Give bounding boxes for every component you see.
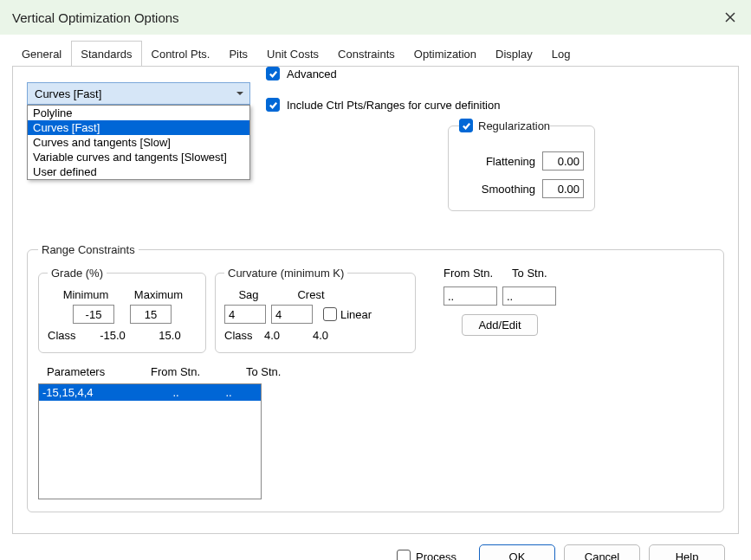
grade-class-label: Class (48, 329, 81, 342)
smoothing-input[interactable] (542, 179, 584, 198)
tab-standards[interactable]: Standards (71, 41, 141, 67)
from-stn-label: From Stn. (443, 267, 493, 280)
curvature-group: Curvature (minimum K) Sag Crest Linear (215, 267, 416, 353)
params-row-to: .. (207, 386, 250, 399)
to-stn-label: To Stn. (512, 267, 547, 280)
linear-label: Linear (340, 308, 372, 321)
include-ctrlpts-label: Include Ctrl Pts/Ranges for curve defini… (287, 99, 500, 112)
option-variable-slowest[interactable]: Variable curves and tangents [Slowest] (28, 150, 249, 164)
curv-class-crest: 4.0 (313, 329, 354, 342)
curvature-title: Curvature (minimum K) (224, 267, 347, 280)
grade-min-input[interactable] (73, 305, 114, 324)
tab-constraints[interactable]: Constraints (328, 41, 405, 66)
regularization-label: Regularization (478, 119, 550, 132)
from-stn-input[interactable] (443, 286, 497, 306)
option-curves-fast[interactable]: Curves [Fast] (28, 120, 249, 135)
advanced-label: Advanced (287, 68, 337, 80)
grade-group: Grade (%) Minimum Maximum Class -15.0 15… (38, 267, 206, 353)
curve-type-select[interactable]: Curves [Fast] (27, 82, 250, 105)
include-ctrlpts-checkbox[interactable] (266, 98, 280, 112)
crest-input[interactable] (271, 305, 313, 324)
grade-max-input[interactable] (130, 305, 172, 324)
ok-button[interactable]: OK (479, 544, 555, 560)
option-polyline[interactable]: Polyline (28, 106, 249, 120)
params-list[interactable]: -15,15,4,4 .. .. (38, 383, 262, 499)
params-col-parameters: Parameters (47, 365, 116, 378)
crest-label: Crest (287, 288, 335, 301)
tab-log[interactable]: Log (542, 41, 580, 66)
close-button[interactable] (718, 5, 742, 29)
regularization-checkbox[interactable] (459, 119, 473, 132)
curv-class-sag: 4.0 (264, 329, 306, 342)
tab-display[interactable]: Display (486, 41, 542, 66)
tab-general[interactable]: General (12, 41, 71, 66)
advanced-checkbox[interactable] (266, 67, 280, 80)
add-edit-button[interactable]: Add/Edit (462, 314, 538, 336)
tab-optimization[interactable]: Optimization (405, 41, 486, 66)
cancel-button[interactable]: Cancel (564, 544, 640, 560)
process-label: Process (416, 550, 456, 561)
sag-input[interactable] (224, 305, 266, 324)
smoothing-label: Smoothing (482, 183, 535, 196)
sag-label: Sag (224, 288, 273, 301)
chevron-down-icon (236, 89, 244, 98)
regularization-group: Regularization Flattening Smoothing (448, 119, 595, 211)
grade-title: Grade (%) (48, 267, 107, 280)
option-user-defined[interactable]: User defined (28, 164, 249, 179)
curv-class-label: Class (224, 329, 257, 342)
option-curves-tangents-slow[interactable]: Curves and tangents [Slow] (28, 135, 249, 150)
grade-max-label: Maximum (129, 288, 188, 301)
process-checkbox[interactable] (397, 550, 411, 560)
tab-strip: General Standards Control Pts. Pits Unit… (12, 40, 739, 66)
range-constraints-title: Range Constraints (38, 243, 139, 256)
params-row[interactable]: -15,15,4,4 .. .. (39, 384, 261, 401)
title-bar: Vertical Optimization Options (0, 0, 751, 35)
tab-pits[interactable]: Pits (219, 41, 257, 66)
window-title: Vertical Optimization Options (12, 10, 179, 25)
curve-type-value: Curves [Fast] (35, 87, 101, 100)
range-constraints-group: Range Constraints Grade (%) Minimum Maxi… (27, 243, 724, 512)
linear-checkbox[interactable] (323, 307, 337, 321)
tab-control-pts[interactable]: Control Pts. (142, 41, 220, 66)
params-row-from: .. (145, 386, 207, 399)
curve-type-dropdown[interactable]: Polyline Curves [Fast] Curves and tangen… (27, 105, 250, 180)
to-stn-input[interactable] (502, 286, 556, 306)
grade-class-min: -15.0 (87, 329, 138, 342)
params-col-from: From Stn. (151, 365, 211, 378)
help-button[interactable]: Help (649, 544, 725, 560)
tab-unit-costs[interactable]: Unit Costs (257, 41, 328, 66)
params-col-to: To Stn. (246, 365, 281, 378)
flattening-label: Flattening (486, 155, 535, 168)
params-row-parameters: -15,15,4,4 (42, 386, 145, 399)
flattening-input[interactable] (542, 151, 584, 171)
grade-class-max: 15.0 (145, 329, 195, 342)
grade-min-label: Minimum (56, 288, 115, 301)
